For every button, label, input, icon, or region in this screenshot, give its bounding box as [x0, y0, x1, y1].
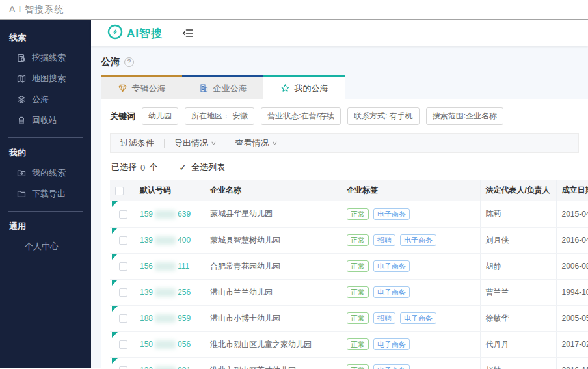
company-name[interactable]: 蒙城县华星幼儿园: [205, 201, 341, 227]
company-name[interactable]: 淮北市烈山区儿童之家幼儿园: [205, 331, 341, 357]
phone-prefix: 139: [140, 236, 153, 245]
company-name[interactable]: 蒙城县智慧树幼儿园: [205, 227, 341, 253]
select-all-checkbox[interactable]: [115, 187, 124, 195]
sidebar-item-map-search[interactable]: 地图搜索: [0, 68, 91, 89]
menu-fold-icon[interactable]: [182, 27, 194, 39]
row-checkbox[interactable]: [119, 236, 127, 245]
keyword-filter-tag[interactable]: 营业状态:在营/存续: [261, 107, 341, 125]
sidebar-section-title: 通用: [0, 215, 91, 236]
selection-row: 已选择 0 个 ✓ 全选列表: [111, 161, 588, 173]
keyword-label: 关键词: [110, 111, 135, 122]
established-date: 2005-05-06: [556, 305, 588, 331]
sidebar-item-label: 我的线索: [32, 167, 66, 179]
company-tag: 正常: [347, 364, 369, 369]
phone-redacted-blur: [155, 366, 176, 369]
logo-text: AI智搜: [127, 26, 163, 41]
table-row[interactable]: 159639蒙城县华星幼儿园正常电子商务陈莉2015-04-15: [110, 201, 588, 227]
company-name[interactable]: 潜山市小博士幼儿园: [205, 305, 341, 331]
tab-label: 企业公海: [213, 83, 247, 94]
sidebar-item-public-sea[interactable]: 公海: [0, 89, 91, 110]
company-tags-cell: 正常招聘电子商务: [341, 305, 480, 331]
sidebar-divider: [8, 211, 83, 212]
phone-cell: 156111: [135, 253, 205, 279]
building-icon: [199, 83, 209, 93]
row-corner-marker: [112, 201, 118, 207]
company-name[interactable]: 合肥常青花园幼儿园: [205, 253, 341, 279]
table-row[interactable]: 139256潜山市兰兰幼儿园正常电子商务曹兰兰1994-10-14: [110, 279, 588, 305]
established-date: 2017-02-14: [556, 331, 588, 357]
keyword-filter-tag[interactable]: 联系方式: 有手机: [347, 107, 420, 125]
filter-conditions-button[interactable]: 过滤条件: [111, 137, 164, 149]
company-tag: 正常: [347, 312, 369, 324]
panel: 关键词 幼儿园所在地区： 安徽营业状态:在营/存续联系方式: 有手机搜索范围:企…: [101, 99, 588, 369]
sidebar-item-label: 地图搜索: [32, 73, 66, 85]
phone-number[interactable]: 159639: [140, 210, 191, 219]
table-row[interactable]: 139400蒙城县智慧树幼儿园正常招聘电子商务刘月侠2016-04-28: [110, 227, 588, 253]
legal-representative: 徐敏华: [480, 305, 556, 331]
company-name[interactable]: 潜山市兰兰幼儿园: [205, 279, 341, 305]
sidebar-item-label: 公海: [32, 94, 49, 105]
row-checkbox[interactable]: [119, 314, 127, 323]
keyword-filter-tag[interactable]: 所在地区： 安徽: [185, 107, 254, 125]
table-row[interactable]: 188959潜山市小博士幼儿园正常招聘电子商务徐敏华2005-05-06: [110, 305, 588, 331]
col-header-tags: 企业标签: [341, 180, 480, 201]
sidebar-item-profile-center[interactable]: 个人中心: [0, 236, 91, 257]
legal-representative: 刘月侠: [480, 227, 556, 253]
row-checkbox[interactable]: [119, 210, 127, 219]
company-tags-cell: 正常招聘电子商务: [341, 227, 480, 253]
row-checkbox-cell: [110, 201, 135, 227]
table-row[interactable]: 150056淮北市烈山区儿童之家幼儿园正常电子商务代丹丹2017-02-14: [110, 331, 588, 357]
sidebar-item-download-export[interactable]: 下载导出: [0, 184, 91, 204]
selected-prefix: 已选择: [111, 161, 137, 173]
tab-bar: 专辑公海企业公海我的公海: [101, 75, 588, 99]
phone-number[interactable]: 188959: [140, 314, 191, 323]
phone-suffix: 959: [178, 314, 191, 323]
select-all-button[interactable]: 全选列表: [191, 161, 225, 173]
table-row[interactable]: 156111合肥常青花园幼儿园正常电子商务胡静2006-08-19: [110, 253, 588, 279]
phone-number[interactable]: 139400: [140, 236, 191, 245]
row-checkbox-cell: [110, 305, 135, 331]
company-tag: 电子商务: [373, 338, 410, 350]
row-checkbox[interactable]: [119, 288, 127, 297]
header-checkbox-cell: [110, 180, 135, 201]
row-checkbox[interactable]: [119, 262, 127, 271]
sidebar-item-mining-clues[interactable]: 挖掘线索: [0, 48, 91, 68]
sidebar-item-label: 回收站: [32, 115, 57, 126]
tab-album-sea[interactable]: 专辑公海: [101, 75, 182, 99]
sidebar-item-recycle-bin[interactable]: 回收站: [0, 110, 91, 131]
window-title: A I 智搜系统: [9, 4, 64, 16]
company-tag: 招聘: [373, 234, 395, 246]
sidebar-nav: 线索挖掘线索地图搜索公海回收站我的我的线索下载导出通用个人中心: [0, 27, 91, 257]
keyword-filter-tag[interactable]: 搜索范围:企业名称: [426, 107, 503, 125]
keyword-filter-row: 关键词 幼儿园所在地区： 安徽营业状态:在营/存续联系方式: 有手机搜索范围:企…: [110, 107, 588, 125]
phone-redacted-blur: [155, 340, 176, 349]
row-checkbox-cell: [110, 357, 135, 369]
view-status-dropdown[interactable]: 查看情况 ∨: [226, 137, 287, 149]
company-name[interactable]: 淮北市烈山区英才幼儿园: [205, 357, 341, 369]
row-checkbox[interactable]: [119, 366, 127, 369]
app-logo: AI智搜: [107, 24, 163, 42]
phone-number[interactable]: 139256: [140, 288, 191, 297]
phone-redacted-blur: [155, 288, 176, 297]
keyword-filter-tag[interactable]: 幼儿园: [142, 107, 178, 125]
export-status-dropdown[interactable]: 导出情况 ∨: [165, 137, 226, 149]
help-icon[interactable]: ?: [124, 57, 134, 67]
row-corner-marker: [112, 280, 118, 286]
phone-suffix: 639: [178, 210, 191, 219]
folder-transfer-icon: [17, 169, 26, 178]
table-row[interactable]: 132081淮北市烈山区英才幼儿园正常电子商务赵敏2016-11-01: [110, 357, 588, 369]
sidebar-item-my-clues[interactable]: 我的线索: [0, 163, 91, 184]
phone-number[interactable]: 132081: [140, 366, 191, 369]
phone-cell: 159639: [135, 201, 205, 227]
doc-search-icon: [17, 53, 26, 62]
window-titlebar: A I 智搜系统: [0, 0, 588, 20]
company-tag: 招聘: [373, 312, 395, 324]
row-corner-marker: [112, 228, 118, 234]
phone-number[interactable]: 156111: [140, 262, 189, 271]
tab-company-sea[interactable]: 企业公海: [182, 75, 263, 99]
row-checkbox[interactable]: [119, 340, 127, 349]
phone-number[interactable]: 150056: [140, 340, 191, 349]
filter-conditions-label: 过滤条件: [120, 137, 154, 149]
tab-my-sea[interactable]: 我的公海: [263, 75, 345, 99]
row-checkbox-cell: [110, 253, 135, 279]
